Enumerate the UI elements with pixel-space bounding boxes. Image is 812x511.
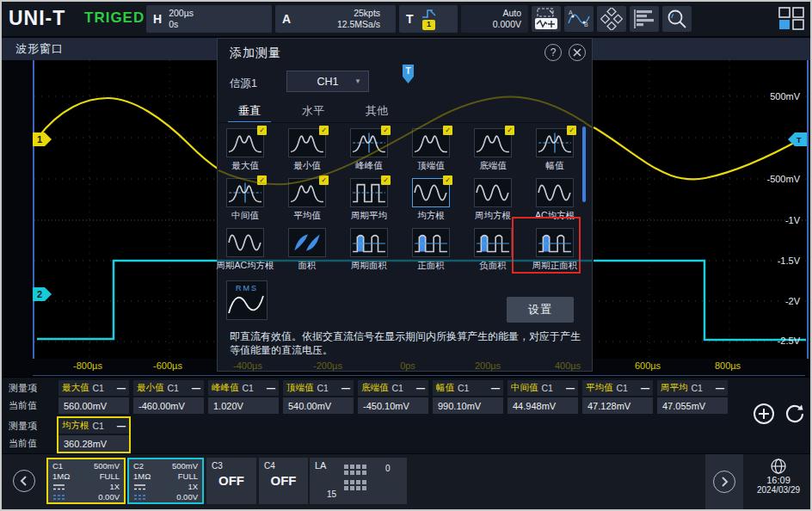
- measure-item-中间值[interactable]: ✓中间值: [214, 178, 276, 222]
- measure-result-幅值[interactable]: 幅值C1—990.10mV: [433, 380, 503, 414]
- la-bit-dot: [356, 486, 360, 490]
- source-select[interactable]: CH1 ▼: [286, 71, 369, 92]
- measure-name: 底端值: [361, 382, 389, 394]
- acquire-settings-button[interactable]: A 25kpts 12.5MSa/s: [275, 5, 396, 33]
- measure-item-周期AC均方根[interactable]: 周期AC均方根: [214, 228, 276, 272]
- add-measurement-button[interactable]: [752, 402, 776, 426]
- measure-result-平均值[interactable]: 平均值C1—47.128mV: [582, 380, 653, 414]
- channel-card-C2[interactable]: C2500mV1MΩFULL1X0.00V: [127, 458, 204, 504]
- la-bit-dot: [362, 480, 366, 484]
- histogram-button[interactable]: [630, 6, 659, 32]
- help-button[interactable]: ?: [544, 44, 562, 61]
- measure-name: 均方根: [62, 420, 89, 432]
- ch1-position-marker[interactable]: 1: [33, 132, 52, 146]
- measure-value: 540.00mV: [283, 397, 354, 414]
- wave-operate-button[interactable]: [532, 6, 561, 32]
- voltage-label: -1V: [785, 215, 800, 225]
- bandwidth-limit-icon: [52, 494, 65, 501]
- measure-result-峰峰值[interactable]: 峰峰值C1—1.020V: [208, 380, 279, 414]
- dc-coupling-icon: [133, 483, 146, 491]
- measure-item-最小值[interactable]: ✓最小值: [276, 128, 338, 172]
- measure-item-label: 周期面积: [338, 260, 400, 272]
- xy-mode-button[interactable]: [597, 6, 626, 32]
- memory-depth-value: 25kpts: [354, 8, 380, 19]
- measure-value: 990.10mV: [433, 397, 503, 414]
- measure-item-平均值[interactable]: ✓平均值: [276, 178, 338, 222]
- measure-result-均方根[interactable]: 均方根C1—360.28mV: [58, 418, 129, 452]
- measure-item-周期面积[interactable]: 周期面积: [338, 228, 400, 272]
- measure-item-AC均方根[interactable]: AC均方根: [524, 178, 586, 222]
- la-bit-dot: [350, 471, 354, 475]
- time-label: -600µs: [153, 360, 182, 371]
- clock-panel[interactable]: 16:09 2024/03/29: [743, 454, 812, 509]
- close-icon: [573, 48, 581, 57]
- measure-item-均方根[interactable]: ✓均方根: [400, 178, 462, 222]
- measure-item-底端值[interactable]: ✓底端值: [462, 128, 524, 172]
- reset-statistics-button[interactable]: [783, 402, 807, 426]
- channel-card-C1[interactable]: C1500mV1MΩFULL1X0.00V: [46, 458, 126, 504]
- oscilloscope-screen: UNI-T TRIGED H 200µs 0s A 25kpts 12.5MSa…: [0, 0, 812, 511]
- search-button[interactable]: [662, 6, 692, 32]
- dialog-scrollbar[interactable]: [582, 126, 586, 202]
- measure-dash: —: [566, 384, 575, 393]
- rms-measure-item[interactable]: RMS: [226, 280, 268, 320]
- measure-item-周期平均[interactable]: ✓周期平均: [338, 178, 400, 222]
- expand-right-button[interactable]: [713, 471, 735, 493]
- rms-sine-icon: [227, 292, 265, 315]
- channel-bar: C1500mV1MΩFULL1X0.00VC2500mV1MΩFULL1X0.0…: [2, 454, 812, 509]
- source-label: 信源1: [230, 77, 257, 91]
- trigger-settings-button[interactable]: T 1: [399, 5, 458, 33]
- measure-value-label-1: 当前值: [9, 399, 55, 412]
- trigger-level-value: 0.000V: [493, 19, 521, 30]
- cursor-button[interactable]: A B: [564, 6, 594, 32]
- ch2-position-marker[interactable]: 2: [33, 287, 52, 301]
- measure-item-正面积[interactable]: 正面积: [400, 228, 462, 272]
- tab-horizontal[interactable]: 水平: [292, 101, 335, 121]
- measure-item-icon: ✓: [350, 178, 388, 207]
- la-card[interactable]: LA015: [310, 458, 407, 504]
- measure-source: C1: [692, 383, 703, 393]
- measure-result-head: 周平均C1—: [657, 380, 728, 396]
- measure-item-面积[interactable]: 面积: [276, 228, 338, 272]
- measure-item-label: 周期AC均方根: [214, 260, 276, 272]
- measure-name: 最小值: [137, 382, 164, 394]
- measure-result-最大值[interactable]: 最大值C1—560.00mV: [58, 380, 129, 414]
- collapse-left-button[interactable]: [13, 470, 35, 492]
- tab-vertical[interactable]: 垂直: [228, 101, 271, 123]
- measure-result-最小值[interactable]: 最小值C1—-460.00mV: [133, 380, 204, 414]
- source-value: CH1: [317, 76, 338, 88]
- measure-item-周均方根[interactable]: 周均方根: [462, 178, 524, 222]
- bandwidth-limit-icon: [133, 494, 146, 501]
- channel-id: C3: [206, 461, 256, 471]
- la-bit-dot: [344, 486, 348, 490]
- timebase-value: 200µs: [169, 8, 194, 19]
- channel-state: OFF: [206, 473, 256, 488]
- measure-item-icon: [288, 228, 326, 257]
- measure-result-顶端值[interactable]: 顶端值C1—540.00mV: [283, 380, 354, 414]
- measure-result-底端值[interactable]: 底端值C1—-450.10mV: [358, 380, 428, 414]
- measure-item-icon: ✓: [412, 178, 450, 207]
- measure-item-最大值[interactable]: ✓最大值: [214, 128, 276, 172]
- la-bit-dot: [350, 486, 354, 490]
- measure-source: C1: [392, 383, 403, 393]
- measure-result-head: 峰峰值C1—: [208, 380, 279, 396]
- channel-card-C4[interactable]: C4OFF: [259, 458, 308, 504]
- tab-other[interactable]: 其他: [355, 101, 398, 121]
- display-layout-button[interactable]: [778, 6, 805, 32]
- close-button[interactable]: [569, 44, 586, 61]
- measure-result-周平均[interactable]: 周平均C1—47.055mV: [657, 380, 728, 414]
- measure-item-顶端值[interactable]: ✓顶端值: [400, 128, 462, 172]
- checked-badge-icon: ✓: [443, 175, 452, 185]
- checked-badge-icon: ✓: [257, 126, 267, 135]
- horizontal-settings-button[interactable]: H 200µs 0s: [146, 5, 272, 33]
- la-bit-low: 15: [327, 489, 336, 499]
- channel-offset: 0.00V: [98, 492, 120, 502]
- horizontal-offset-value: 0s: [169, 19, 194, 30]
- measure-item-label: 平均值: [276, 210, 338, 222]
- measure-item-峰峰值[interactable]: ✓峰峰值: [338, 128, 400, 172]
- settings-button[interactable]: 设置: [507, 297, 574, 323]
- measure-result-中间值[interactable]: 中间值C1—44.948mV: [508, 380, 578, 414]
- measure-item-幅值[interactable]: ✓幅值: [524, 128, 586, 172]
- channel-card-C3[interactable]: C3OFF: [206, 458, 256, 504]
- trigger-mode-button[interactable]: Auto 0.000V: [461, 5, 528, 33]
